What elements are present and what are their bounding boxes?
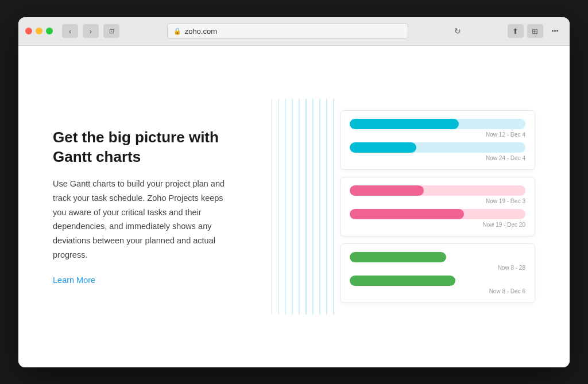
url-text: zoho.com [185,27,217,36]
window-mode-button[interactable]: ⊡ [103,24,119,38]
bar-container [350,276,525,286]
maximize-button[interactable] [46,28,53,34]
main-heading: Get the big picture with Gantt charts [53,128,237,167]
close-button[interactable] [25,28,32,34]
gantt-panels: Now 12 - Dec 4 Now 24 - Dec 4 [271,110,535,303]
bar-container [350,142,525,153]
bar-label: Now 19 - Dec 20 [350,222,525,228]
browser-window: ‹ › ⊡ 🔒 zoho.com ↻ ⬆ ⊞ ··· Get the big p… [18,17,570,367]
gantt-row: Now 12 - Dec 4 [350,119,525,138]
page-content: Get the big picture with Gantt charts Us… [18,46,570,367]
bar-label: Now 24 - Dec 4 [350,155,525,161]
gantt-row: Now 8 - Dec 6 [350,276,525,294]
gantt-panel-red: Now 19 - Dec 3 Now 19 - Dec 20 [340,177,535,236]
gantt-panel-blue: Now 12 - Dec 4 Now 24 - Dec 4 [340,110,535,170]
bar-label: Now 8 - 28 [350,265,525,271]
bar-container [350,119,525,129]
left-section: Get the big picture with Gantt charts Us… [53,128,237,285]
forward-button[interactable]: › [83,24,99,38]
bar-label: Now 19 - Dec 3 [350,198,525,204]
bar-label: Now 8 - Dec 6 [350,288,525,294]
bar-container [350,252,525,262]
bar-label: Now 12 - Dec 4 [350,131,525,138]
back-button[interactable]: ‹ [62,24,78,38]
tabs-button[interactable]: ⊞ [527,24,543,38]
description-text: Use Gantt charts to build your project p… [53,177,237,262]
browser-actions: ⬆ ⊞ ··· [508,24,563,38]
share-button[interactable]: ⬆ [508,24,524,38]
gantt-row: Now 24 - Dec 4 [350,142,525,161]
learn-more-link[interactable]: Learn More [53,276,237,285]
gantt-row: Now 8 - 28 [350,252,525,271]
gantt-row: Now 19 - Dec 3 [350,185,525,204]
browser-chrome: ‹ › ⊡ 🔒 zoho.com ↻ ⬆ ⊞ ··· [18,17,570,46]
address-bar[interactable]: 🔒 zoho.com [167,23,408,39]
more-button[interactable]: ··· [547,24,563,38]
minimize-button[interactable] [36,28,42,34]
bar-fill [350,142,416,153]
bar-container [350,185,525,196]
lock-icon: 🔒 [173,28,181,35]
gantt-row: Now 19 - Dec 20 [350,209,525,228]
bar-container [350,209,525,219]
refresh-button[interactable]: ↻ [451,24,465,38]
traffic-lights [25,28,53,34]
gantt-panel-green: Now 8 - 28 Now 8 - Dec 6 [340,243,535,303]
bar-fill [350,119,459,129]
right-section: Now 12 - Dec 4 Now 24 - Dec 4 [271,110,535,303]
